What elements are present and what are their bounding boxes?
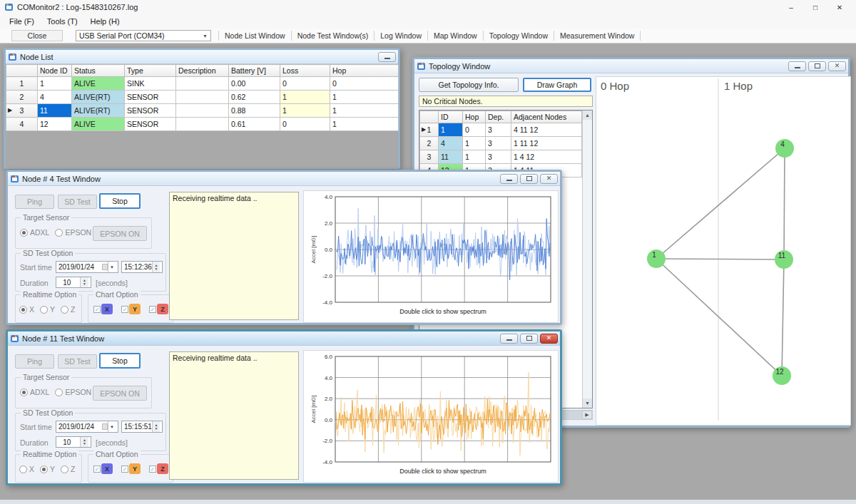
table-row[interactable]: 2 4 ALIVE(RT) SENSOR 0.62 1 1 bbox=[6, 91, 399, 104]
duration-spin-icon[interactable]: ▲▼ bbox=[80, 437, 88, 447]
col-battery[interactable]: Battery [V] bbox=[229, 65, 280, 77]
combo-dropdown-icon[interactable]: ▼ bbox=[203, 34, 208, 38]
toolbar-node-list-window[interactable]: Node List Window bbox=[219, 30, 291, 41]
close-button[interactable]: ✕ bbox=[540, 334, 558, 344]
start-time-spinner[interactable]: 15:12:36 ▲▼ bbox=[121, 261, 163, 273]
realtime-chart-panel[interactable]: 6.04.02.00.0-2.0-4.0Accel [mG]Double cli… bbox=[303, 350, 559, 483]
radio-z[interactable] bbox=[61, 306, 68, 314]
col-id[interactable]: ID bbox=[439, 111, 463, 123]
table-row[interactable]: 4 12 ALIVE SENSOR 0.61 0 1 bbox=[6, 118, 399, 131]
chart-axis-z-checkbox[interactable]: ✓Z bbox=[149, 304, 168, 314]
radio-z[interactable] bbox=[61, 466, 68, 473]
node11-title-bar[interactable]: Node # 11 Test Window ✕ bbox=[8, 331, 560, 346]
radio-adxl[interactable] bbox=[20, 229, 28, 237]
col-hop[interactable]: Hop bbox=[330, 65, 399, 77]
radio-y[interactable] bbox=[40, 306, 48, 314]
app-close-icon[interactable]: ✕ bbox=[827, 1, 852, 14]
table-row[interactable]: 3 11 1 3 1 4 12 bbox=[420, 150, 582, 164]
col-node-id[interactable]: Node ID bbox=[38, 65, 72, 77]
radio-adxl[interactable] bbox=[20, 389, 28, 396]
chart-axis-x-checkbox[interactable]: ✓X bbox=[93, 304, 113, 314]
col-loss[interactable]: Loss bbox=[280, 65, 330, 77]
close-port-button[interactable]: Close bbox=[11, 30, 63, 41]
menu-tools[interactable]: Tools (T) bbox=[41, 16, 84, 27]
date-spin-icon[interactable] bbox=[102, 423, 108, 430]
corner-header[interactable] bbox=[420, 111, 439, 123]
ping-button[interactable]: Ping bbox=[15, 354, 54, 369]
stop-button[interactable]: Stop bbox=[99, 193, 141, 209]
serial-port-combo[interactable]: USB Serial Port (COM34) ▼ bbox=[76, 30, 211, 41]
close-button[interactable]: ✕ bbox=[828, 61, 846, 71]
minimize-button[interactable] bbox=[500, 174, 518, 184]
toolbar-log-window[interactable]: Log Window bbox=[374, 30, 427, 41]
maximize-button[interactable] bbox=[808, 61, 826, 71]
radio-x[interactable] bbox=[19, 466, 27, 473]
duration-spin-icon[interactable]: ▲▼ bbox=[80, 277, 88, 287]
topology-graph-panel[interactable]: 0 Hop1 Hop141112 bbox=[596, 76, 851, 426]
col-adjacent[interactable]: Adjacent Nodes bbox=[511, 111, 582, 123]
start-date-picker[interactable]: 2019/01/24 ▼ bbox=[56, 261, 118, 273]
menu-help[interactable]: Help (H) bbox=[84, 16, 126, 27]
chart-axis-y-checkbox[interactable]: ✓Y bbox=[121, 304, 141, 314]
app-maximize-icon[interactable]: □ bbox=[803, 1, 827, 14]
epson-on-button[interactable]: EPSON ON bbox=[93, 386, 147, 401]
start-date-picker[interactable]: 2019/01/24 ▼ bbox=[56, 421, 118, 433]
minimize-button[interactable] bbox=[378, 52, 396, 62]
sd-test-button[interactable]: SD Test bbox=[58, 354, 97, 369]
col-status[interactable]: Status bbox=[72, 65, 125, 77]
maximize-button[interactable] bbox=[520, 174, 538, 184]
date-spin-icon[interactable] bbox=[102, 264, 108, 270]
start-time-spinner[interactable]: 15:15:51 ▲▼ bbox=[121, 421, 163, 433]
realtime-chart[interactable]: 6.04.02.00.0-2.0-4.0Accel [mG]Double cli… bbox=[304, 351, 558, 482]
menu-file[interactable]: File (F) bbox=[3, 16, 41, 27]
chart-axis-y-checkbox[interactable]: ✓Y bbox=[121, 463, 141, 474]
radio-y[interactable] bbox=[40, 466, 48, 473]
toolbar-topology-window[interactable]: Topology Window bbox=[484, 30, 554, 41]
close-button[interactable]: ✕ bbox=[540, 174, 558, 184]
date-dropdown-icon[interactable]: ▼ bbox=[108, 262, 116, 272]
node4-title-bar[interactable]: Node # 4 Test Window ✕ bbox=[8, 172, 560, 186]
corner-header[interactable] bbox=[6, 65, 38, 77]
radio-epson[interactable] bbox=[55, 229, 63, 237]
col-hop[interactable]: Hop bbox=[463, 111, 486, 123]
scroll-up-icon[interactable]: ▲ bbox=[583, 110, 592, 120]
table-row[interactable]: 2 4 1 3 1 11 12 bbox=[420, 137, 582, 150]
toolbar-node-test-windows[interactable]: Node Test Window(s) bbox=[292, 30, 374, 41]
chart-axis-x-checkbox[interactable]: ✓X bbox=[93, 463, 113, 474]
app-title-bar[interactable]: COMonitor2 : Log-1548310267.log – □ ✕ bbox=[0, 0, 856, 14]
scroll-right-icon[interactable]: ▶ bbox=[582, 411, 592, 419]
table-row[interactable]: ▶1 1 0 3 4 11 12 bbox=[420, 123, 582, 137]
maximize-button[interactable] bbox=[520, 334, 538, 344]
col-description[interactable]: Description bbox=[176, 65, 229, 77]
stop-button[interactable]: Stop bbox=[99, 353, 141, 369]
epson-on-button[interactable]: EPSON ON bbox=[93, 226, 147, 241]
sd-test-button[interactable]: SD Test bbox=[58, 195, 97, 209]
draw-graph-button[interactable]: Draw Graph bbox=[523, 78, 591, 92]
time-spin-icon[interactable]: ▲▼ bbox=[152, 421, 160, 432]
radio-epson[interactable] bbox=[55, 389, 63, 396]
duration-spinner[interactable]: 10 ▲▼ bbox=[56, 277, 91, 288]
realtime-chart[interactable]: 4.02.00.0-2.0-4.0Accel [mG]Double click … bbox=[304, 191, 558, 322]
realtime-chart-panel[interactable]: 4.02.00.0-2.0-4.0Accel [mG]Double click … bbox=[303, 190, 559, 323]
col-dep[interactable]: Dep. bbox=[486, 111, 511, 123]
topology-title-bar[interactable]: Topology Window ✕ bbox=[414, 59, 848, 73]
table-row[interactable]: ▶3 11 ALIVE(RT) SENSOR 0.88 1 1 bbox=[6, 104, 399, 118]
topology-graph[interactable]: 0 Hop1 Hop141112 bbox=[596, 77, 849, 423]
col-type[interactable]: Type bbox=[125, 65, 176, 77]
chart-axis-z-checkbox[interactable]: ✓Z bbox=[149, 463, 168, 474]
duration-spinner[interactable]: 10 ▲▼ bbox=[56, 436, 91, 448]
app-minimize-icon[interactable]: – bbox=[779, 1, 803, 14]
toolbar-map-window[interactable]: Map Window bbox=[428, 30, 483, 41]
minimize-button[interactable] bbox=[788, 61, 806, 71]
minimize-button[interactable] bbox=[500, 334, 518, 344]
get-topology-info-button[interactable]: Get Topology Info. bbox=[419, 78, 519, 92]
scroll-down-icon[interactable]: ▼ bbox=[583, 398, 592, 408]
table-row[interactable]: 1 1 ALIVE SINK 0.00 0 0 bbox=[6, 77, 399, 91]
ping-button[interactable]: Ping bbox=[15, 195, 54, 209]
node-list-title-bar[interactable]: Node List bbox=[6, 50, 398, 64]
radio-x[interactable] bbox=[19, 306, 27, 314]
toolbar-measurement-window[interactable]: Measurement Window bbox=[554, 30, 640, 41]
date-dropdown-icon[interactable]: ▼ bbox=[108, 421, 116, 432]
vertical-scrollbar[interactable]: ▲ ▼ bbox=[582, 110, 592, 408]
time-spin-icon[interactable]: ▲▼ bbox=[152, 262, 160, 272]
